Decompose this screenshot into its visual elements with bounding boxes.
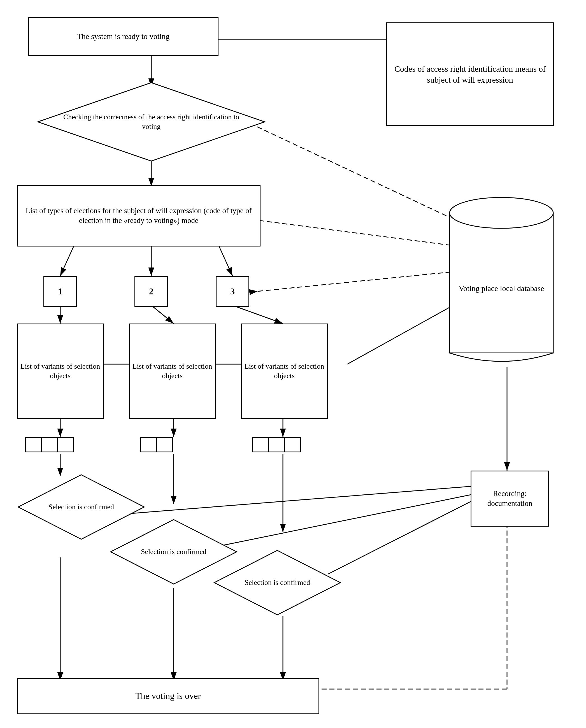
num-box-3: 3: [216, 276, 249, 307]
list-variants-2: List of variants of selection objects: [129, 323, 216, 419]
svg-line-31: [219, 490, 493, 546]
checking-diamond: Checking the correctness of the access r…: [36, 81, 266, 162]
svg-line-8: [60, 245, 74, 276]
num-box-1: 1: [44, 276, 77, 307]
flowchart-diagram: The system is ready to voting Codes of a…: [0, 0, 586, 728]
recording-box: Recording: documentation: [470, 471, 549, 527]
svg-point-35: [450, 198, 553, 228]
datacell-1-3: [57, 437, 74, 452]
svg-line-14: [232, 305, 283, 323]
data-row-2: [140, 437, 173, 452]
ready-to-voting-box: The system is ready to voting: [28, 17, 219, 56]
list-of-types-box: List of types of elections for the subje…: [17, 185, 260, 246]
datacell-1-2: [41, 437, 58, 452]
svg-line-30: [328, 490, 493, 574]
datacell-3-2: [268, 437, 285, 452]
svg-line-13: [151, 305, 174, 323]
datacell-1-1: [25, 437, 42, 452]
datacell-2-2: [156, 437, 173, 452]
data-row-1: [25, 437, 74, 452]
datacell-3-1: [252, 437, 269, 452]
voting-over-box: The voting is over: [17, 678, 319, 714]
voting-place-db: Voting place local database: [448, 190, 555, 370]
svg-line-6: [244, 121, 482, 233]
datacell-3-3: [284, 437, 301, 452]
svg-line-32: [106, 485, 493, 515]
svg-line-10: [219, 245, 232, 276]
svg-rect-34: [450, 213, 553, 353]
selection-confirmed-3: Selection is confirmed: [213, 549, 342, 616]
data-row-3: [252, 437, 301, 452]
num-box-2: 2: [134, 276, 168, 307]
list-variants-3: List of variants of selection objects: [241, 323, 328, 419]
svg-line-7: [244, 218, 482, 249]
datacell-2-1: [140, 437, 157, 452]
codes-of-access-box: Codes of access right identification mea…: [386, 22, 554, 126]
list-variants-1: List of variants of selection objects: [17, 323, 104, 419]
